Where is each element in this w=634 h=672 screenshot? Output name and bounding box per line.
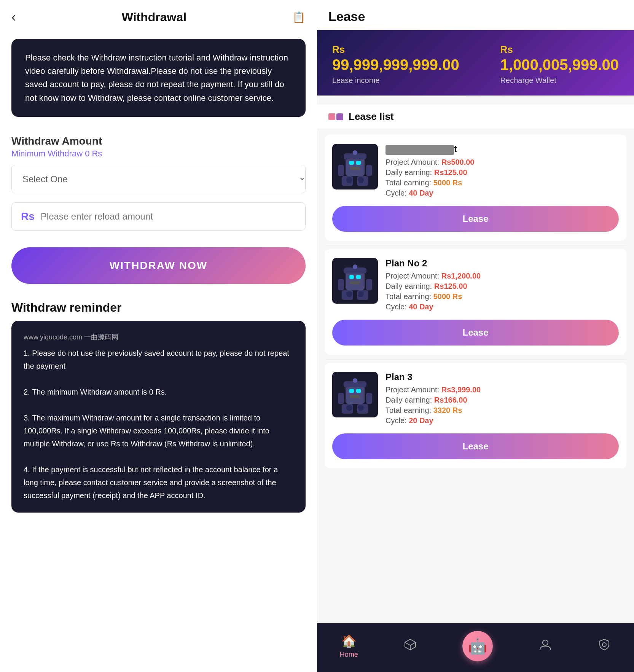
recharge-wallet-item: Rs 1,000,005,999.00 Recharge Wallet xyxy=(500,44,619,85)
lease-banner: Rs 99,999,999,999.00 Lease income Rs 1,0… xyxy=(317,30,634,96)
income-rs-label: Rs xyxy=(332,44,459,56)
lease-card-3-project: Project Amount: Rs3,999.00 xyxy=(385,385,619,394)
wallet-sub: Recharge Wallet xyxy=(500,76,619,85)
lease-cards-area: t Project Amount: Rs500.00 Daily earning… xyxy=(317,132,634,623)
select-wrapper[interactable]: Select One xyxy=(11,165,306,193)
icon-sq2 xyxy=(336,113,343,120)
card3-total: 3320 Rs xyxy=(433,406,462,414)
center-robot-button[interactable]: 🤖 xyxy=(462,631,493,661)
svg-rect-9 xyxy=(366,165,372,176)
reminder-box: www.yiqucode.com 一曲源码网 1. Please do not … xyxy=(11,321,306,513)
lease-card-2-name: Plan No 2 xyxy=(385,258,619,269)
lease-card-1-image xyxy=(332,144,378,189)
page-title: Withdrawal xyxy=(122,10,186,24)
lease-card-3: Plan 3 Project Amount: Rs3,999.00 Daily … xyxy=(325,363,626,468)
amount-input-wrapper[interactable]: Rs xyxy=(11,202,306,231)
withdrawal-header: ‹ Withdrawal 📋 xyxy=(0,0,317,31)
svg-point-34 xyxy=(346,405,352,411)
lease-card-1: t Project Amount: Rs500.00 Daily earning… xyxy=(325,135,626,241)
back-button[interactable]: ‹ xyxy=(11,9,16,25)
svg-rect-33 xyxy=(366,393,372,404)
lease-income-item: Rs 99,999,999,999.00 Lease income xyxy=(332,44,459,85)
reminder-item-4: 4. If the payment is successful but not … xyxy=(24,463,293,502)
nav-shield[interactable] xyxy=(597,638,611,654)
lease-card-1-project: Project Amount: Rs500.00 xyxy=(385,158,619,167)
svg-point-7 xyxy=(353,150,357,155)
card2-project-amount: Rs1,200.00 xyxy=(441,272,481,280)
withdrawal-panel: ‹ Withdrawal 📋 Please check the Withdraw… xyxy=(0,0,317,672)
lease-title: Lease xyxy=(328,9,365,24)
svg-rect-13 xyxy=(349,275,354,279)
info-text: Please check the Withdraw instruction tu… xyxy=(25,53,288,103)
watermark: www.yiqucode.com 一曲源码网 xyxy=(24,331,293,343)
svg-rect-14 xyxy=(356,275,361,279)
minimum-withdraw-label: Minimum Withdraw 0 Rs xyxy=(11,149,306,159)
lease-card-3-content: Plan 3 Project Amount: Rs3,999.00 Daily … xyxy=(332,372,619,427)
card1-total: 5000 Rs xyxy=(433,178,462,187)
lease-button-1[interactable]: Lease xyxy=(332,206,619,232)
svg-point-39 xyxy=(602,643,606,647)
withdraw-now-button[interactable]: WITHDRAW NOW xyxy=(11,247,306,284)
lease-card-3-daily: Daily earning: Rs166.00 xyxy=(385,396,619,404)
card1-project-amount: Rs500.00 xyxy=(441,158,475,166)
svg-rect-15 xyxy=(350,281,360,284)
rs-prefix: Rs xyxy=(21,210,35,223)
lease-card-2-info: Plan No 2 Project Amount: Rs1,200.00 Dai… xyxy=(385,258,619,313)
lease-button-2[interactable]: Lease xyxy=(332,320,619,346)
box-icon xyxy=(403,638,417,654)
lease-button-3[interactable]: Lease xyxy=(332,433,619,459)
svg-rect-32 xyxy=(338,393,344,404)
wallet-amount: 1,000,005,999.00 xyxy=(500,56,619,74)
nav-home-label: Home xyxy=(340,651,358,659)
svg-point-23 xyxy=(358,291,364,297)
lease-card-1-content: t Project Amount: Rs500.00 Daily earning… xyxy=(332,144,619,199)
card2-daily: Rs125.00 xyxy=(434,282,467,290)
lease-card-3-total: Total earning: 3320 Rs xyxy=(385,406,619,415)
lease-card-2-total: Total earning: 5000 Rs xyxy=(385,292,619,301)
card2-total: 5000 Rs xyxy=(433,292,462,301)
lease-card-2-content: Plan No 2 Project Amount: Rs1,200.00 Dai… xyxy=(332,258,619,313)
reminder-item-3: 3. The maximum Withdraw amount for a sin… xyxy=(24,411,293,450)
card1-cycle: 40 Day xyxy=(409,189,433,197)
lease-card-1-info: t Project Amount: Rs500.00 Daily earning… xyxy=(385,144,619,199)
bottom-nav: 🏠 Home 🤖 xyxy=(317,623,634,672)
withdraw-amount-label: Withdraw Amount xyxy=(11,135,306,147)
lease-card-1-cycle: Cycle: 40 Day xyxy=(385,189,619,197)
lease-card-1-name: t xyxy=(385,144,619,155)
reminder-item-2: 2. The minimum Withdraw amount is 0 Rs. xyxy=(24,385,293,398)
svg-rect-2 xyxy=(356,161,361,165)
svg-rect-3 xyxy=(350,167,360,170)
lease-card-3-info: Plan 3 Project Amount: Rs3,999.00 Daily … xyxy=(385,372,619,427)
blurred-name-1 xyxy=(385,145,454,155)
svg-point-10 xyxy=(346,177,352,183)
icon-sq1 xyxy=(328,113,335,120)
nav-user[interactable] xyxy=(538,638,552,654)
lease-panel: Lease Rs 99,999,999,999.00 Lease income … xyxy=(317,0,634,672)
amount-input[interactable] xyxy=(41,211,296,222)
income-amount: 99,999,999,999.00 xyxy=(332,56,459,74)
svg-rect-24 xyxy=(346,385,365,404)
card1-daily: Rs125.00 xyxy=(434,168,467,177)
card3-daily: Rs166.00 xyxy=(434,396,467,404)
info-box: Please check the Withdraw instruction tu… xyxy=(11,39,306,117)
nav-center-robot[interactable]: 🤖 xyxy=(462,631,493,661)
svg-point-38 xyxy=(543,640,548,645)
doc-icon[interactable]: 📋 xyxy=(292,11,306,24)
select-one-dropdown[interactable]: Select One xyxy=(12,165,305,193)
lease-list-label: Lease list xyxy=(349,111,394,123)
svg-rect-27 xyxy=(350,395,360,398)
svg-point-22 xyxy=(346,291,352,297)
nav-box[interactable] xyxy=(403,638,417,654)
svg-point-19 xyxy=(353,264,357,269)
divider-1 xyxy=(325,245,626,246)
nav-home[interactable]: 🏠 Home xyxy=(340,634,358,659)
lease-card-1-daily: Daily earning: Rs125.00 xyxy=(385,168,619,177)
lease-card-3-cycle: Cycle: 20 Day xyxy=(385,416,619,425)
lease-header: Lease xyxy=(317,0,634,30)
svg-rect-25 xyxy=(349,389,354,393)
reminder-title: Withdraw reminder xyxy=(11,301,306,315)
svg-point-11 xyxy=(358,177,364,183)
lease-card-1-total: Total earning: 5000 Rs xyxy=(385,178,619,187)
svg-rect-26 xyxy=(356,389,361,393)
svg-rect-12 xyxy=(346,271,365,290)
